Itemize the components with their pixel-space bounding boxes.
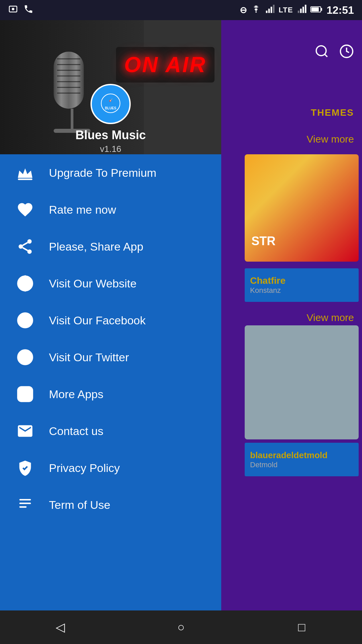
- themes-label: THEMES: [311, 107, 354, 118]
- on-air-text: ON AIR: [124, 52, 206, 77]
- back-button[interactable]: ◁: [47, 614, 74, 641]
- recent-button[interactable]: □: [288, 614, 315, 641]
- svg-rect-4: [271, 7, 273, 13]
- website-label: Visit Our Website: [49, 277, 136, 290]
- app-logo: 🎸 BLUES: [90, 84, 131, 124]
- share-label: Please, Share App: [49, 240, 143, 253]
- svg-rect-2: [266, 10, 268, 13]
- menu-item-contact[interactable]: Contact us: [0, 413, 221, 449]
- facebook-label: Visit Our Facebook: [49, 314, 146, 327]
- terms-label: Term of Use: [49, 498, 110, 512]
- status-right-icons: ⊖ LTE: [240, 4, 354, 16]
- svg-point-19: [27, 239, 32, 244]
- svg-rect-7: [300, 8, 302, 13]
- navigation-bar: ◁ ○ □: [0, 610, 362, 644]
- share-icon: [13, 235, 37, 258]
- signal2-icon: [297, 4, 306, 16]
- svg-rect-12: [311, 7, 319, 11]
- lte-label: LTE: [279, 6, 293, 14]
- search-icon[interactable]: [314, 44, 329, 60]
- svg-rect-11: [321, 8, 322, 11]
- radio-card-2[interactable]: Chatfire Konstanz: [245, 268, 359, 302]
- svg-rect-30: [19, 503, 31, 504]
- phone-icon: [23, 4, 34, 16]
- svg-text:🎸: 🎸: [109, 98, 113, 102]
- radio-card-2-sub: Konstanz: [250, 286, 353, 295]
- svg-rect-5: [273, 5, 275, 13]
- radio-card-2-title: Chatfire: [250, 275, 353, 286]
- svg-point-13: [316, 46, 326, 56]
- instagram-icon: [13, 382, 37, 406]
- list-icon: [13, 493, 37, 517]
- menu-item-terms[interactable]: Term of Use: [0, 486, 221, 523]
- menu-item-website[interactable]: Visit Our Website: [0, 265, 221, 302]
- on-air-sign: ON AIR: [116, 47, 215, 83]
- rate-label: Rate me now: [49, 203, 116, 216]
- radio-card-4-sub: Detmold: [250, 461, 353, 469]
- svg-rect-8: [302, 7, 304, 13]
- menu-item-privacy[interactable]: Privacy Policy: [0, 449, 221, 486]
- menu-item-upgrade[interactable]: Upgrade To Premium: [0, 154, 221, 191]
- drawer-version: v1.16: [100, 144, 121, 154]
- minus-icon: ⊖: [240, 5, 247, 15]
- svg-point-28: [28, 389, 31, 391]
- twitter-label: Visit Our Twitter: [49, 351, 129, 364]
- contact-label: Contact us: [49, 425, 104, 438]
- time-display: 12:51: [326, 4, 354, 16]
- globe-icon: [13, 272, 37, 295]
- photo-icon: [8, 4, 18, 16]
- view-more-button-2[interactable]: View more: [307, 312, 354, 323]
- svg-point-1: [12, 8, 14, 10]
- battery-icon: [310, 5, 322, 15]
- signal-icon: [265, 4, 275, 16]
- svg-rect-6: [298, 10, 299, 13]
- radio-card-4[interactable]: blaueradeldetmold Detmold: [245, 443, 359, 476]
- status-left-icons: [8, 4, 34, 16]
- svg-point-20: [19, 245, 23, 249]
- svg-rect-18: [18, 178, 32, 180]
- drawer-menu: Upgrade To Premium Rate me now Please: [0, 154, 221, 644]
- svg-point-21: [27, 250, 32, 254]
- menu-item-facebook[interactable]: Visit Our Facebook: [0, 302, 221, 339]
- twitter-icon: [13, 345, 37, 369]
- status-bar: ⊖ LTE: [0, 0, 362, 20]
- svg-rect-29: [19, 499, 31, 500]
- crown-icon: [13, 161, 37, 184]
- home-button[interactable]: ○: [168, 614, 194, 641]
- radio-card-1[interactable]: STR: [245, 154, 359, 262]
- menu-item-rate[interactable]: Rate me now: [0, 191, 221, 228]
- wifi-icon: [251, 5, 261, 15]
- svg-rect-3: [268, 8, 270, 13]
- menu-item-more-apps[interactable]: More Apps: [0, 376, 221, 413]
- svg-point-27: [21, 390, 29, 398]
- heart-icon: [13, 198, 37, 221]
- radio-card-1-text: STR: [251, 234, 276, 248]
- svg-rect-31: [19, 506, 27, 507]
- privacy-label: Privacy Policy: [49, 462, 120, 475]
- drawer-header: ON AIR 🎸 BLUES Blues Music v1.16: [0, 20, 221, 154]
- history-icon[interactable]: [339, 44, 354, 60]
- shield-icon: [13, 456, 37, 480]
- radio-card-4-title: blaueradeldetmold: [250, 450, 353, 461]
- svg-rect-9: [305, 5, 306, 13]
- more-apps-label: More Apps: [49, 388, 104, 401]
- facebook-icon: [13, 309, 37, 332]
- svg-text:BLUES: BLUES: [105, 106, 116, 110]
- navigation-drawer: ON AIR 🎸 BLUES Blues Music v1.16: [0, 20, 221, 644]
- radio-card-3[interactable]: [245, 325, 359, 439]
- menu-item-twitter[interactable]: Visit Our Twitter: [0, 339, 221, 376]
- drawer-app-name: Blues Music: [75, 128, 146, 142]
- menu-item-share[interactable]: Please, Share App: [0, 228, 221, 265]
- email-icon: [13, 419, 37, 443]
- upgrade-label: Upgrade To Premium: [49, 166, 157, 179]
- view-more-button-1[interactable]: View more: [307, 133, 354, 145]
